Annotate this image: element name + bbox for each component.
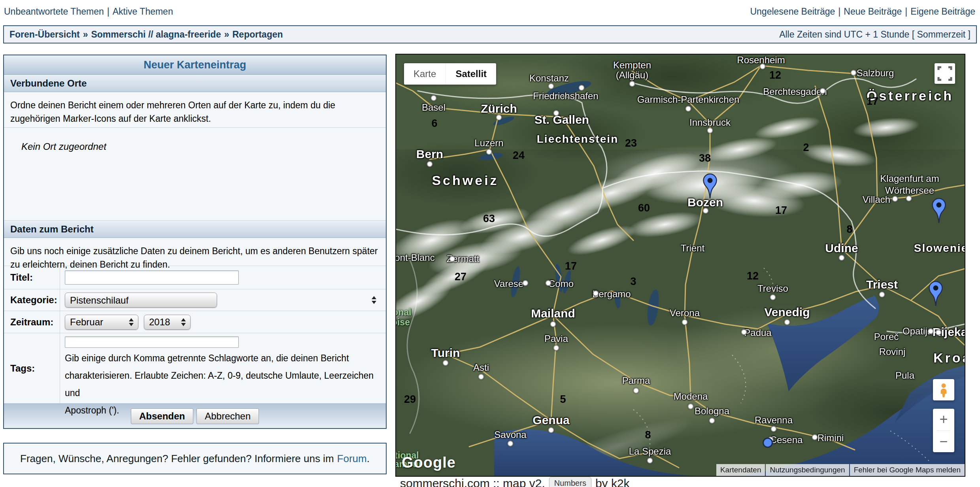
nav-link-right-3[interactable]: Eigene Beiträge — [910, 6, 975, 17]
cluster-count-label: 17 — [867, 95, 878, 108]
map-label: Parma — [622, 375, 650, 386]
city-dot — [579, 85, 585, 91]
park-label: onal — [395, 307, 412, 318]
map-caption: sommerschi.com :: map v2.Numbersby k2k — [400, 477, 630, 487]
map-label: Pavia — [544, 333, 568, 344]
zoom-in-button[interactable]: + — [933, 409, 954, 430]
cluster-count-label: 23 — [625, 137, 637, 149]
city-dot — [548, 427, 554, 433]
top-nav-left: Unbeantwortete Themen|Aktive Themen — [4, 6, 173, 17]
map-marker-pin-1[interactable] — [702, 173, 718, 199]
city-dot — [770, 294, 776, 300]
submit-button[interactable]: Absenden — [131, 408, 193, 424]
nav-separator: | — [838, 6, 840, 17]
cluster-count-label: 17 — [565, 260, 577, 272]
category-select[interactable]: Pistenschilauf — [65, 293, 217, 308]
map-label: Rimini — [818, 432, 844, 444]
map-canvas[interactable]: Kempten(Allgäu)RosenheimSalzburgBerchtes… — [395, 54, 965, 477]
map-label: Trient — [681, 243, 704, 254]
nav-link-left-1[interactable]: Unbeantwortete Themen — [4, 6, 104, 17]
map-label: Luzern — [474, 138, 503, 149]
breadcrumb: Foren-Übersicht»Sommerschi // alagna-fre… — [9, 29, 283, 40]
forum-link[interactable]: Forum — [337, 453, 367, 465]
tags-help-line: Gib einige durch Komma getrennte Schlagw… — [65, 349, 381, 367]
map-label: Treviso — [757, 283, 788, 294]
zoom-control: + − — [933, 409, 954, 452]
city-dot — [431, 95, 437, 101]
category-label: Kategorie: — [4, 289, 60, 311]
cancel-button[interactable]: Abbrechen — [196, 408, 259, 424]
cluster-count-label: 29 — [404, 393, 416, 406]
map-label: Liechtenstein — [537, 133, 618, 145]
map-label: Ravenna — [755, 415, 793, 426]
tags-input[interactable] — [65, 336, 239, 348]
attribution-link-3[interactable]: Fehler bei Google Maps melden — [850, 464, 965, 476]
map-marker-pin-3[interactable] — [928, 281, 944, 307]
caption-credit: by k2k — [595, 477, 630, 487]
city-dot — [928, 328, 934, 334]
nav-link-right-2[interactable]: Neue Beiträge — [844, 6, 902, 17]
pegman-button[interactable] — [933, 379, 954, 400]
map-label: Varese — [494, 278, 523, 289]
title-input[interactable] — [65, 270, 239, 285]
nav-link-left-2[interactable]: Aktive Themen — [113, 6, 173, 17]
numbers-badge[interactable]: Numbers — [549, 477, 591, 487]
city-dot — [703, 208, 709, 214]
cluster-count-label: 17 — [775, 204, 787, 217]
city-dot — [851, 70, 857, 76]
section-linked-places: Verbundene Orte — [4, 75, 386, 92]
cluster-count-label: 12 — [769, 69, 781, 81]
map-marker-dot[interactable] — [763, 438, 773, 448]
city-dot — [784, 319, 790, 325]
select-arrows-icon — [372, 296, 376, 304]
map-label: Berchtesgaden — [763, 86, 827, 97]
city-dot — [936, 330, 942, 336]
title-row: Titel: — [4, 266, 386, 289]
cluster-count-label: 8 — [846, 223, 852, 236]
zoom-out-button[interactable]: − — [933, 431, 954, 453]
timezone-note: Alle Zeiten sind UTC + 1 Stunde [ Sommer… — [779, 29, 971, 40]
new-map-entry-panel: Neuer Karteneintrag Verbundene Orte Ordn… — [3, 55, 387, 429]
breadcrumb-link-3[interactable]: Reportagen — [232, 29, 283, 40]
period-year-select[interactable]: 2018 — [144, 315, 191, 330]
map-label: Padua — [744, 327, 771, 338]
nav-separator: | — [107, 6, 110, 17]
city-dot — [760, 64, 766, 70]
map-label: Österreich — [867, 88, 954, 104]
map-label: Venedig — [764, 306, 810, 319]
map-label: Bologna — [695, 406, 729, 417]
breadcrumb-link-1[interactable]: Foren-Übersicht — [9, 29, 80, 40]
map-label: Garmisch-Partenkirchen — [637, 94, 740, 105]
map-type-karte-button[interactable]: Karte — [404, 63, 446, 85]
period-month-select[interactable]: Februar — [65, 315, 138, 330]
city-dot — [496, 115, 502, 121]
cluster-count-label: 63 — [483, 213, 495, 225]
map-type-satellit-button[interactable]: Satellit — [446, 63, 496, 85]
map-marker-pin-2[interactable] — [931, 198, 947, 224]
city-dot — [820, 88, 826, 94]
city-dot — [486, 149, 492, 155]
feedback-text: Fragen, Wünsche, Anregungen? Fehler gefu… — [20, 453, 334, 465]
map-label: Rovinj — [879, 346, 906, 357]
city-dot — [892, 196, 898, 202]
google-logo[interactable]: Google — [402, 454, 456, 471]
map-label: Verona — [670, 308, 700, 319]
fullscreen-icon — [935, 63, 955, 84]
cluster-count-label: 5 — [560, 393, 566, 406]
map-label: Innsbruck — [689, 117, 731, 128]
city-dot — [427, 161, 433, 167]
map-label: Pula — [895, 370, 914, 381]
map-label: Turin — [431, 346, 460, 360]
nav-link-right-1[interactable]: Ungelesene Beiträge — [750, 6, 835, 17]
city-dot — [553, 345, 559, 351]
tags-label: Tags: — [4, 333, 60, 403]
fullscreen-button[interactable] — [935, 63, 955, 84]
map-label: (Allgäu) — [616, 70, 649, 81]
attribution-link-1[interactable]: Kartendaten — [716, 464, 765, 476]
breadcrumb-link-2[interactable]: Sommerschi // alagna-freeride — [91, 29, 221, 40]
city-dot — [906, 196, 912, 202]
map-label: Klagenfurt am — [880, 173, 939, 184]
map-label: Friedrichshafen — [533, 91, 598, 102]
satellite-terrain — [396, 55, 965, 476]
attribution-link-2[interactable]: Nutzungsbedingungen — [766, 464, 849, 476]
